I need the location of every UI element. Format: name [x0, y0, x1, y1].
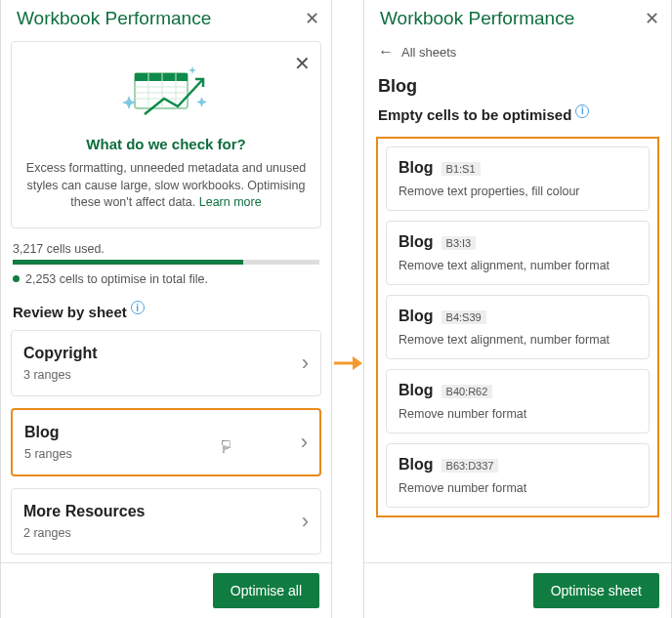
ranges-list: BlogB1:S1 Remove text properties, fill c…	[376, 137, 659, 517]
range-desc: Remove text properties, fill colour	[399, 185, 637, 198]
intro-card: ✕	[11, 41, 321, 228]
back-link[interactable]: ← All sheets	[364, 37, 671, 68]
intro-desc: Excess formatting, unneeded metadata and…	[25, 160, 307, 212]
range-item[interactable]: BlogB1:S1 Remove text properties, fill c…	[386, 146, 650, 211]
info-icon[interactable]: i	[575, 104, 589, 118]
cells-used: 3,217 cells used.	[13, 242, 319, 256]
range-desc: Remove text alignment, number format	[399, 259, 637, 272]
range-ref: B3:I3	[441, 236, 477, 250]
sheet-ranges: 2 ranges	[23, 526, 146, 540]
range-desc: Remove number format	[399, 407, 637, 421]
range-sheet: Blog	[399, 159, 434, 177]
progress-bar	[13, 260, 319, 265]
range-desc: Remove text alignment, number format	[399, 333, 637, 347]
sheet-row-more-resources[interactable]: More Resources 2 ranges ›	[11, 488, 321, 555]
range-item[interactable]: BlogB4:S39 Remove text alignment, number…	[386, 295, 650, 359]
illustration	[25, 60, 307, 128]
info-icon[interactable]: i	[131, 301, 145, 314]
sheet-name: Copyright	[23, 345, 98, 362]
range-ref: B4:S39	[441, 310, 486, 324]
right-pane: Workbook Performance ✕ ← All sheets Blog…	[363, 0, 672, 618]
optimise-sheet-button[interactable]: Optimise sheet	[533, 573, 659, 608]
chevron-right-icon: ›	[302, 509, 309, 534]
range-desc: Remove number format	[399, 481, 637, 495]
chevron-right-icon: ›	[302, 350, 309, 376]
range-sheet: Blog	[399, 308, 434, 325]
sheet-row-copyright[interactable]: Copyright 3 ranges ›	[11, 330, 321, 396]
left-pane: Workbook Performance ✕ ✕	[0, 0, 332, 618]
close-icon[interactable]: ✕	[305, 8, 319, 29]
svg-marker-9	[353, 356, 362, 370]
back-label: All sheets	[401, 45, 456, 60]
section-heading: Empty cells to be optimised	[378, 106, 571, 123]
close-icon[interactable]: ✕	[645, 8, 659, 29]
svg-rect-1	[135, 73, 188, 81]
range-ref: B63:D337	[441, 459, 499, 473]
sheet-name: Blog	[24, 424, 72, 441]
optimise-all-button[interactable]: Optimise all	[213, 573, 319, 608]
review-heading: Review by sheet	[13, 304, 127, 320]
intro-question: What do we check for?	[25, 136, 307, 152]
sheet-ranges: 3 ranges	[23, 368, 98, 382]
range-ref: B40:R62	[441, 385, 493, 398]
chevron-right-icon: ›	[301, 430, 308, 455]
back-arrow-icon: ←	[378, 43, 394, 61]
range-item[interactable]: BlogB63:D337 Remove number format	[386, 443, 650, 508]
sheet-title: Blog	[364, 68, 671, 106]
sheet-ranges: 5 ranges	[24, 447, 72, 461]
pane-title: Workbook Performance	[17, 8, 211, 29]
status-dot-icon	[13, 275, 20, 282]
sheet-name: More Resources	[23, 503, 146, 520]
range-item[interactable]: BlogB3:I3 Remove text alignment, number …	[386, 221, 650, 285]
pane-title: Workbook Performance	[380, 8, 574, 29]
range-sheet: Blog	[399, 233, 434, 251]
arrow-icon	[332, 0, 363, 618]
range-sheet: Blog	[399, 382, 434, 399]
range-item[interactable]: BlogB40:R62 Remove number format	[386, 369, 650, 433]
range-ref: B1:S1	[441, 162, 481, 176]
cells-to-optimise: 2,253 cells to optimise in total file.	[25, 272, 208, 286]
range-sheet: Blog	[399, 456, 434, 474]
sheet-row-blog[interactable]: Blog 5 ranges ›	[11, 408, 321, 476]
learn-more-link[interactable]: Learn more	[199, 195, 262, 209]
close-icon[interactable]: ✕	[294, 52, 311, 75]
